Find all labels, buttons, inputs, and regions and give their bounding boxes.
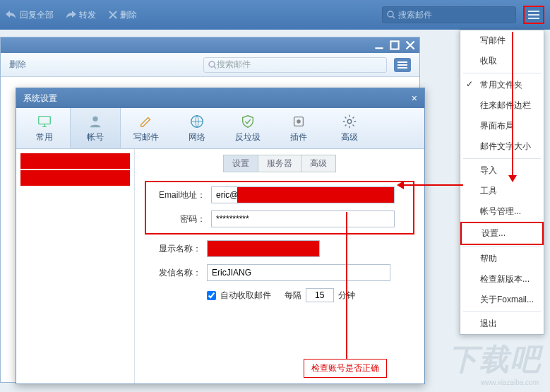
tab-advanced[interactable]: 高级 xyxy=(324,108,375,148)
menu-check-update[interactable]: 检查新版本... xyxy=(460,269,544,290)
inner-search-box[interactable]: 搜索邮件 xyxy=(203,57,387,73)
interval-field[interactable] xyxy=(306,288,334,302)
dialog-title: 系统设置 xyxy=(23,93,57,105)
account-item[interactable] xyxy=(20,153,130,169)
minimize-icon[interactable] xyxy=(374,40,384,50)
every-label: 每隔 xyxy=(285,290,301,302)
reply-all-button[interactable]: 回复全部 xyxy=(6,9,54,21)
forward-button[interactable]: 转发 xyxy=(66,9,96,21)
menu-receive[interactable]: 收取 xyxy=(460,51,544,71)
inner-search-placeholder: 搜索邮件 xyxy=(217,59,251,71)
sender-name-field[interactable] xyxy=(207,264,390,281)
account-list xyxy=(16,149,135,384)
main-toolbar: 回复全部 转发 删除 搜索邮件 xyxy=(0,0,550,30)
tab-general[interactable]: 常用 xyxy=(19,108,70,148)
email-label: Email地址： xyxy=(149,189,205,201)
subtab-server[interactable]: 服务器 xyxy=(258,155,301,172)
dialog-titlebar: 系统设置 × xyxy=(16,88,424,108)
search-box-outer[interactable]: 搜索邮件 xyxy=(382,6,516,23)
svg-point-8 xyxy=(347,119,352,124)
forward-icon xyxy=(66,11,76,19)
display-name-field[interactable] xyxy=(207,240,320,257)
close-icon[interactable] xyxy=(405,40,415,50)
menu-fav-folders[interactable]: 常用文件夹 xyxy=(460,75,544,95)
svg-point-7 xyxy=(297,119,301,124)
password-field[interactable] xyxy=(211,210,395,227)
annotation-arrow xyxy=(512,32,513,179)
annotation-arrow xyxy=(346,212,347,359)
subtab-advanced[interactable]: 高级 xyxy=(301,155,336,172)
tab-compose[interactable]: 写邮件 xyxy=(121,108,172,148)
arrow-head-icon xyxy=(397,181,404,189)
inner-delete-label: 删除 xyxy=(9,59,26,71)
menu-import[interactable]: 导入 xyxy=(460,160,544,181)
tab-network[interactable]: 网络 xyxy=(172,108,222,148)
callout-box: 检查账号是否正确 xyxy=(304,359,387,378)
email-field[interactable] xyxy=(211,186,395,203)
auto-fetch-label: 自动收取邮件 xyxy=(220,290,271,302)
globe-icon xyxy=(189,114,205,129)
mail-window-titlebar xyxy=(1,37,419,53)
forward-label: 转发 xyxy=(79,9,96,21)
user-icon xyxy=(88,114,103,129)
svg-point-4 xyxy=(92,116,97,121)
search-placeholder: 搜索邮件 xyxy=(398,9,432,21)
menu-about[interactable]: 关于Foxmail... xyxy=(460,290,544,310)
arrow-head-icon xyxy=(508,175,517,182)
subtab-settings[interactable]: 设置 xyxy=(223,155,258,172)
list-view-button[interactable] xyxy=(394,58,411,72)
account-form: 设置 服务器 高级 Email地址： 密码： 显示名称： 发信名称： xyxy=(135,149,424,384)
auto-fetch-checkbox[interactable] xyxy=(207,291,216,300)
menu-help[interactable]: 帮助 xyxy=(460,249,544,269)
sender-name-label: 发信名称： xyxy=(145,267,201,279)
delete-icon xyxy=(109,11,117,19)
display-name-label: 显示名称： xyxy=(145,243,201,255)
maximize-icon[interactable] xyxy=(390,40,400,50)
annotation-arrow xyxy=(402,184,463,186)
reply-all-label: 回复全部 xyxy=(20,9,54,21)
menu-button[interactable] xyxy=(523,6,544,24)
shield-icon xyxy=(240,114,256,129)
menu-tools[interactable]: 工具 xyxy=(460,181,544,201)
menu-remote-sidebar[interactable]: 往来邮件边栏 xyxy=(460,95,544,116)
sub-tab-strip: 设置 服务器 高级 xyxy=(145,155,414,172)
menu-compose[interactable]: 写邮件 xyxy=(460,30,544,51)
tab-plugin[interactable]: 插件 xyxy=(273,108,324,148)
mail-toolbar: 删除 搜索邮件 xyxy=(1,53,419,77)
settings-tab-strip: 常用 帐号 写邮件 网络 反垃圾 插件 高级 xyxy=(16,108,424,149)
watermark-url: www.xiazaiba.com xyxy=(481,379,539,386)
dialog-close-button[interactable]: × xyxy=(412,93,417,104)
menu-account-mgmt[interactable]: 帐号管理... xyxy=(460,201,544,222)
svg-point-2 xyxy=(209,61,215,67)
menu-layout[interactable]: 界面布局 xyxy=(460,116,544,136)
password-label: 密码： xyxy=(149,213,205,225)
tab-antispam[interactable]: 反垃圾 xyxy=(222,108,273,148)
svg-point-0 xyxy=(388,11,393,17)
reply-all-icon xyxy=(6,11,17,19)
search-icon xyxy=(208,61,217,69)
menu-exit[interactable]: 退出 xyxy=(460,314,544,334)
delete-label: 删除 xyxy=(120,9,137,21)
settings-dialog: 系统设置 × 常用 帐号 写邮件 网络 反垃圾 插件 高级 设置 服务器 高级 … xyxy=(16,88,425,384)
tab-account[interactable]: 帐号 xyxy=(70,108,121,148)
menu-fontsize[interactable]: 邮件文字大小 xyxy=(460,136,544,157)
monitor-icon xyxy=(37,114,52,129)
account-item[interactable] xyxy=(20,170,130,186)
auto-fetch-row: 自动收取邮件 每隔 分钟 xyxy=(207,288,414,302)
menu-settings[interactable]: 设置... xyxy=(460,222,544,245)
pencil-icon xyxy=(138,114,154,129)
plugin-icon xyxy=(291,114,306,129)
credentials-highlight: Email地址： 密码： xyxy=(145,181,414,234)
inner-delete-button[interactable]: 删除 xyxy=(9,59,26,71)
gear-icon xyxy=(342,114,357,129)
main-menu: 写邮件 收取 常用文件夹 往来邮件边栏 界面布局 邮件文字大小 导入 工具 帐号… xyxy=(460,30,544,335)
watermark: 下载吧 xyxy=(448,340,542,379)
svg-rect-3 xyxy=(39,116,51,124)
search-icon xyxy=(387,11,395,19)
dialog-body: 设置 服务器 高级 Email地址： 密码： 显示名称： 发信名称： xyxy=(16,149,424,384)
svg-rect-1 xyxy=(390,41,398,49)
delete-button[interactable]: 删除 xyxy=(109,9,137,21)
